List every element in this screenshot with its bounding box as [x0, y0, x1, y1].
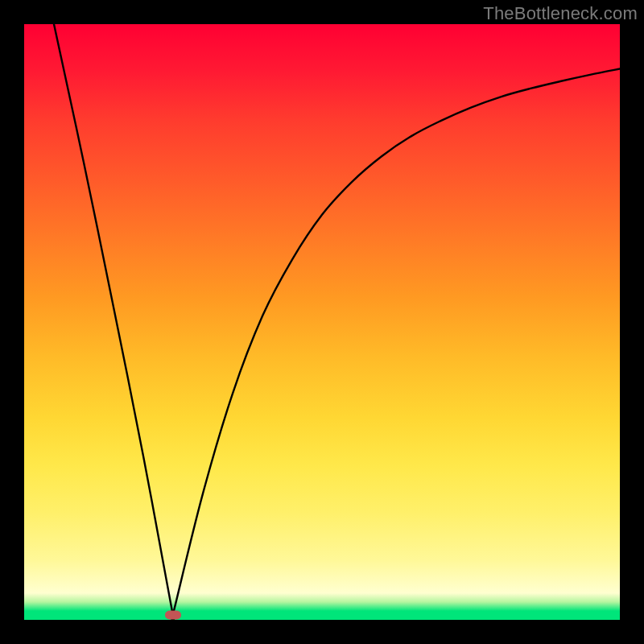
- minimum-marker: [165, 611, 181, 620]
- plot-background-gradient: [24, 24, 620, 620]
- chart-outer-frame: TheBottleneck.com: [0, 0, 644, 644]
- watermark-text: TheBottleneck.com: [483, 3, 638, 24]
